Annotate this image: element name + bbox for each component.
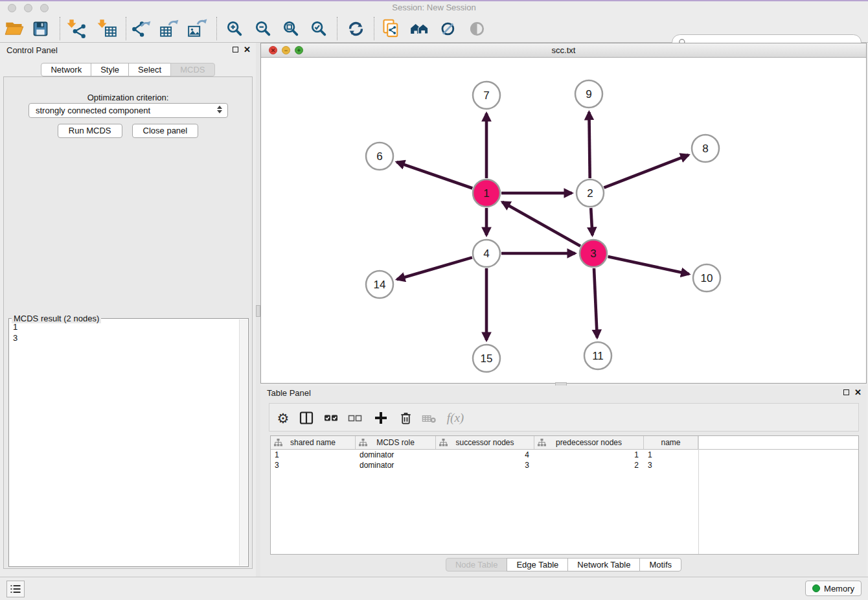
export-table-icon (159, 18, 180, 39)
graph-node-8[interactable]: 8 (692, 135, 719, 162)
edge-1-6[interactable] (397, 162, 473, 188)
import-network-button[interactable] (65, 17, 87, 40)
close-table-panel-icon[interactable]: ✕ (854, 389, 862, 395)
table-row[interactable]: 1dominator411 (271, 450, 858, 460)
zoom-in-button[interactable] (223, 17, 246, 40)
zoom-in-icon (225, 19, 244, 38)
network-canvas[interactable]: 1234678910111415 (261, 58, 866, 383)
table-settings-button[interactable]: ⚙ (273, 408, 293, 428)
edge-4-14[interactable] (397, 257, 472, 279)
export-network-button[interactable] (130, 17, 152, 40)
fx-icon: f(x) (447, 411, 464, 425)
memory-label: Memory (824, 584, 854, 594)
toolbar-separator (337, 17, 337, 40)
graph-node-6[interactable]: 6 (366, 143, 393, 170)
splitter-handle[interactable] (256, 305, 260, 317)
contrast-eye-icon (468, 20, 486, 38)
zoom-selected-icon (310, 19, 328, 38)
export-table-button[interactable] (159, 17, 181, 40)
graph-node-3[interactable]: 3 (580, 240, 607, 267)
node-label: 7 (483, 89, 489, 102)
column-header-predecessor-nodes[interactable]: predecessor nodes (534, 436, 644, 449)
graph-node-10[interactable]: 10 (693, 264, 720, 292)
float-table-panel-icon[interactable] (843, 389, 849, 395)
column-header-shared-name[interactable]: shared name (271, 436, 356, 449)
table-cell[interactable]: 4 (436, 450, 534, 460)
vertical-splitter[interactable] (256, 43, 260, 577)
column-header-name[interactable]: name (644, 436, 698, 449)
edge-2-3[interactable] (591, 208, 592, 235)
optimization-criterion-dropdown[interactable]: strongly connected component (29, 103, 228, 118)
zoom-out-button[interactable] (252, 17, 274, 40)
create-column-button[interactable] (371, 408, 391, 428)
tab-motifs[interactable]: Motifs (639, 558, 681, 571)
save-session-button[interactable] (29, 17, 51, 40)
node-label: 1 (483, 187, 489, 200)
table-cell[interactable]: dominator (356, 460, 436, 470)
column-header-successor-nodes[interactable]: successor nodes (436, 436, 534, 449)
tab-mcds[interactable]: MCDS (170, 63, 214, 76)
open-session-button[interactable] (3, 17, 25, 40)
table-cell[interactable]: 1 (534, 450, 644, 460)
graph-node-11[interactable]: 11 (584, 342, 611, 369)
homes-icon (410, 21, 429, 36)
tab-style[interactable]: Style (91, 63, 129, 76)
mcds-result-title: MCDS result (2 nodes) (12, 314, 101, 323)
graph-node-9[interactable]: 9 (575, 80, 602, 108)
task-history-button[interactable] (6, 581, 25, 597)
table-cell[interactable]: 3 (271, 460, 356, 470)
result-scrollbar[interactable] (239, 319, 247, 566)
table-cell[interactable]: dominator (356, 450, 436, 460)
run-mcds-button[interactable]: Run MCDS (58, 124, 122, 138)
clone-network-button[interactable] (380, 17, 402, 40)
apply-layout-button[interactable] (345, 17, 367, 40)
select-all-button[interactable] (321, 408, 341, 428)
edge-2-8[interactable] (604, 155, 689, 188)
deselect-all-button[interactable] (345, 408, 365, 428)
table-cell[interactable]: 1 (644, 450, 698, 460)
table-row[interactable]: 3dominator323 (271, 460, 858, 470)
zoom-selected-button[interactable] (308, 17, 330, 40)
memory-button[interactable]: Memory (805, 581, 862, 596)
gear-icon: ⚙ (277, 411, 290, 425)
toolbar-separator (216, 17, 217, 40)
graph-node-15[interactable]: 15 (473, 345, 500, 372)
column-header-MCDS-role[interactable]: MCDS role (356, 436, 436, 449)
edge-2-9[interactable] (589, 112, 589, 178)
table-cell[interactable]: 3 (644, 460, 698, 470)
table-cell[interactable]: 1 (271, 450, 356, 460)
edge-3-1[interactable] (502, 202, 580, 246)
import-table-button[interactable] (96, 17, 118, 40)
tab-network[interactable]: Network (41, 63, 91, 76)
export-image-button[interactable] (187, 17, 209, 40)
edge-3-10[interactable] (608, 257, 689, 274)
zoom-fit-button[interactable] (280, 17, 302, 40)
float-panel-icon[interactable] (233, 47, 238, 52)
optimization-criterion-label: Optimization criterion: (4, 93, 252, 102)
tab-edge-table[interactable]: Edge Table (507, 558, 568, 571)
tree-icon (274, 439, 282, 446)
node-label: 8 (702, 143, 708, 155)
graph-node-2[interactable]: 2 (577, 179, 604, 207)
close-panel-button[interactable]: Close panel (132, 124, 199, 138)
show-hide-panel-button[interactable] (466, 17, 488, 40)
mcds-result-text: 1 3 (13, 321, 17, 343)
close-panel-icon[interactable]: ✕ (244, 47, 251, 52)
toolbar-separator (374, 17, 374, 40)
tab-select[interactable]: Select (128, 63, 171, 76)
tab-network-table[interactable]: Network Table (567, 558, 640, 571)
toggle-graphics-details-button[interactable] (437, 17, 459, 40)
edge-3-11[interactable] (594, 268, 597, 338)
graph-node-4[interactable]: 4 (473, 240, 500, 267)
graph-node-1[interactable]: 1 (473, 179, 500, 207)
status-bar: Memory (0, 577, 868, 600)
graph-node-7[interactable]: 7 (473, 82, 500, 109)
column-visibility-button[interactable] (297, 408, 316, 428)
delete-column-button[interactable] (396, 408, 415, 428)
copy-network-icon (382, 19, 401, 38)
graph-node-14[interactable]: 14 (366, 271, 393, 298)
cyndex-button[interactable] (409, 17, 431, 40)
tab-node-table[interactable]: Node Table (446, 558, 508, 571)
table-cell[interactable]: 2 (534, 460, 644, 470)
table-cell[interactable]: 3 (436, 460, 534, 470)
